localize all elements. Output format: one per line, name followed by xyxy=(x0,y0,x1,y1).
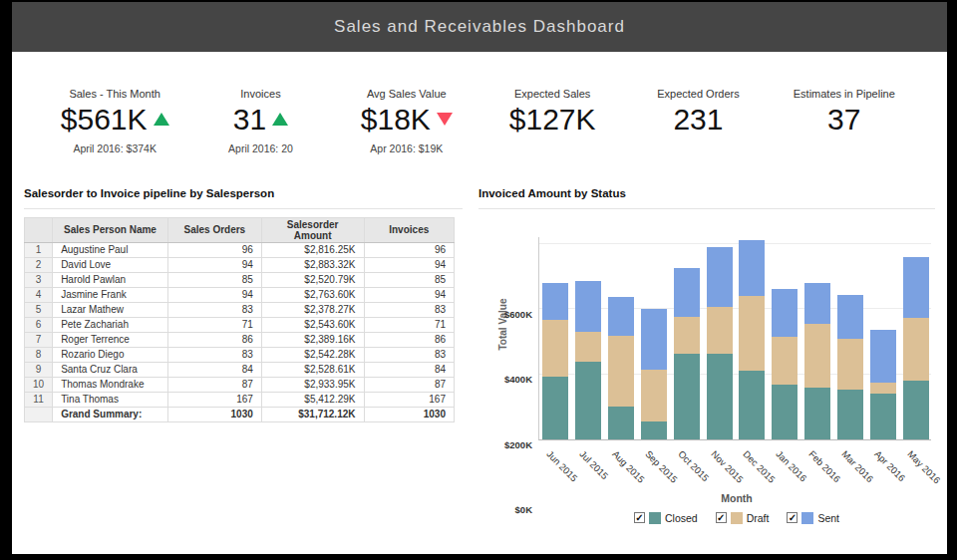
bar-segment-sent[interactable] xyxy=(707,247,733,307)
bar-segment-sent[interactable] xyxy=(542,283,568,320)
kpi-value: 37 xyxy=(827,104,860,136)
bar-segment-draft[interactable] xyxy=(772,337,798,385)
row-index: 4 xyxy=(25,287,53,302)
bar-segment-draft[interactable] xyxy=(837,339,863,390)
bar-segment-sent[interactable] xyxy=(903,257,929,318)
dashboard-card: Sales and Receivables Dashboard Sales - … xyxy=(12,2,947,554)
legend-label: Sent xyxy=(817,512,839,524)
pipeline-table: Sales Person NameSales OrdersSalesorder … xyxy=(24,217,455,422)
bar-segment-closed[interactable] xyxy=(837,390,863,439)
bar-segment-closed[interactable] xyxy=(674,354,700,439)
legend-checkbox-draft[interactable]: ✓ xyxy=(716,512,727,523)
bar-segment-draft[interactable] xyxy=(608,336,634,407)
cell-salesperson: Santa Cruz Clara xyxy=(53,362,168,377)
grand-summary-row: Grand Summary:1030$31,712.12K1030 xyxy=(25,407,455,421)
bar-jun-2015[interactable] xyxy=(542,283,568,439)
bar-segment-closed[interactable] xyxy=(641,421,667,439)
bar-segment-sent[interactable] xyxy=(674,268,700,317)
bar-segment-closed[interactable] xyxy=(772,385,798,439)
row-index: 9 xyxy=(25,362,53,377)
row-index: 8 xyxy=(25,347,53,362)
table-row[interactable]: 4Jasmine Frank94$2,763.60K94 xyxy=(25,287,455,302)
table-row[interactable]: 1Augustine Paul96$2,816.25K96 xyxy=(25,242,455,257)
summary-label: Grand Summary: xyxy=(53,407,168,421)
bar-segment-draft[interactable] xyxy=(707,307,733,354)
table-row[interactable]: 7Roger Terrence86$2,389.16K86 xyxy=(25,332,455,347)
cell-invoices: 167 xyxy=(364,392,455,407)
kpi-value: 231 xyxy=(673,104,723,136)
pipeline-panel-title: Salesorder to Invoice pipeline by Salesp… xyxy=(24,187,463,209)
bar-segment-closed[interactable] xyxy=(903,381,929,439)
y-tick-label: $400K xyxy=(504,374,532,385)
kpi-value-row: $127K xyxy=(479,104,625,136)
bar-may-2016[interactable] xyxy=(903,257,929,439)
table-row[interactable]: 6Pete Zachariah71$2,543.60K71 xyxy=(25,317,455,332)
bar-segment-closed[interactable] xyxy=(608,407,634,439)
cell-salesperson: Tina Thomas xyxy=(53,392,168,407)
table-row[interactable]: 3Harold Pawlan85$2,520.79K85 xyxy=(25,272,455,287)
status-chart: Total Value $0K$200K$400K$600K Jun 2015J… xyxy=(478,223,935,524)
cell-sales-orders: 71 xyxy=(167,317,261,332)
bar-segment-closed[interactable] xyxy=(804,388,830,439)
bar-segment-closed[interactable] xyxy=(542,377,568,439)
bar-segment-closed[interactable] xyxy=(707,354,733,439)
chart-plot xyxy=(538,237,931,440)
bar-sep-2015[interactable] xyxy=(641,309,667,439)
table-row[interactable]: 5Lazar Mathew83$2,378.27K83 xyxy=(25,302,455,317)
bar-nov-2015[interactable] xyxy=(707,247,733,439)
bar-segment-draft[interactable] xyxy=(870,383,896,394)
bar-segment-sent[interactable] xyxy=(575,281,601,332)
bar-apr-2016[interactable] xyxy=(870,330,896,439)
bar-segment-sent[interactable] xyxy=(804,283,830,324)
x-axis-title: Month xyxy=(538,492,935,504)
cell-salesorder-amount: $2,933.95K xyxy=(261,377,364,392)
bar-segment-sent[interactable] xyxy=(608,297,634,336)
bar-segment-draft[interactable] xyxy=(804,324,830,388)
bar-segment-sent[interactable] xyxy=(837,295,863,339)
cell-sales-orders: 167 xyxy=(167,392,261,407)
table-row[interactable]: 2David Love94$2,883.32K94 xyxy=(25,257,455,272)
bar-segment-draft[interactable] xyxy=(674,317,700,354)
kpi-label: Expected Orders xyxy=(625,88,771,100)
bar-segment-closed[interactable] xyxy=(575,362,601,439)
cell-salesperson: Lazar Mathew xyxy=(53,302,168,317)
legend-item-draft[interactable]: ✓Draft xyxy=(716,512,770,524)
kpi-card-invoices: Invoices31April 2016: 20 xyxy=(187,88,333,155)
cell-invoices: 83 xyxy=(364,347,455,362)
bar-segment-draft[interactable] xyxy=(542,320,568,377)
table-row[interactable]: 8Rozario Diego83$2,542.28K83 xyxy=(25,347,455,362)
x-tick-label: May 2016 xyxy=(905,448,942,485)
bar-segment-draft[interactable] xyxy=(903,318,929,381)
bar-segment-sent[interactable] xyxy=(870,330,896,383)
row-index: 7 xyxy=(25,332,53,347)
bar-segment-sent[interactable] xyxy=(772,289,798,337)
kpi-card-avg-sales-value: Avg Sales Value$18KApr 2016: $19K xyxy=(334,88,479,155)
bar-segment-sent[interactable] xyxy=(641,309,667,370)
kpi-value-row: 231 xyxy=(625,104,771,136)
legend-item-closed[interactable]: ✓Closed xyxy=(634,512,698,524)
table-row[interactable]: 11Tina Thomas167$5,412.29K167 xyxy=(25,392,455,407)
row-index: 6 xyxy=(25,317,53,332)
cell-sales-orders: 94 xyxy=(167,287,261,302)
bar-dec-2015[interactable] xyxy=(739,240,765,439)
legend-checkbox-closed[interactable]: ✓ xyxy=(634,512,645,523)
y-axis-ticks: $0K$200K$400K$600K xyxy=(494,223,538,524)
kpi-label: Estimates in Pipeline xyxy=(772,88,917,100)
bar-feb-2016[interactable] xyxy=(804,283,830,439)
bar-mar-2016[interactable] xyxy=(837,295,863,439)
bar-segment-closed[interactable] xyxy=(870,394,896,439)
bar-segment-closed[interactable] xyxy=(739,371,765,439)
table-row[interactable]: 10Thomas Mondrake87$2,933.95K87 xyxy=(25,377,455,392)
bar-aug-2015[interactable] xyxy=(608,297,634,439)
bar-jul-2015[interactable] xyxy=(575,281,601,439)
bar-jan-2016[interactable] xyxy=(772,289,798,439)
bar-segment-draft[interactable] xyxy=(739,296,765,371)
bar-segment-sent[interactable] xyxy=(739,240,765,296)
legend-checkbox-sent[interactable]: ✓ xyxy=(787,512,798,523)
bar-segment-draft[interactable] xyxy=(575,332,601,362)
legend-item-sent[interactable]: ✓Sent xyxy=(787,512,839,524)
legend-label: Draft xyxy=(747,512,770,524)
bar-oct-2015[interactable] xyxy=(674,268,700,439)
table-row[interactable]: 9Santa Cruz Clara84$2,528.61K84 xyxy=(25,362,455,377)
bar-segment-draft[interactable] xyxy=(641,370,667,421)
